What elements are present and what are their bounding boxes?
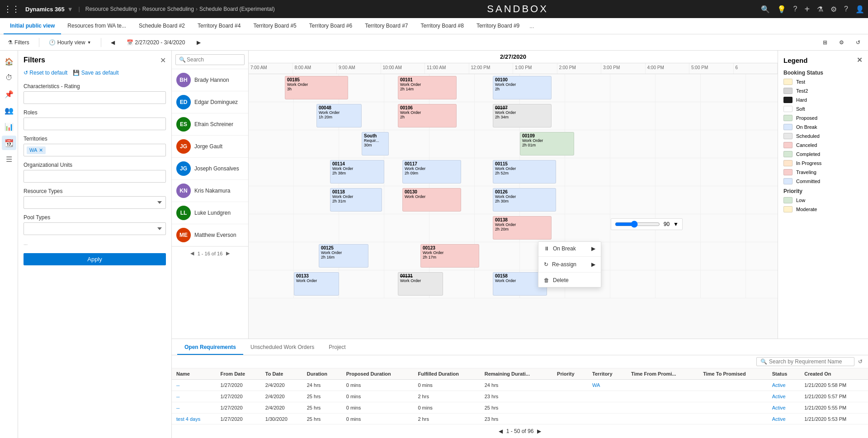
work-order-block[interactable]: 00126Work Order2h 30m	[493, 188, 556, 212]
context-menu-reassign[interactable]: ↻ Re-assign ▶	[538, 258, 601, 271]
work-order-block[interactable]: 00131Work Order	[398, 272, 443, 296]
table-cell[interactable]: test 4 days	[172, 414, 216, 424]
roles-input[interactable]	[24, 118, 166, 130]
tab-more[interactable]: ...	[526, 23, 538, 29]
requirement-search-input[interactable]	[769, 358, 850, 365]
refresh-icon2[interactable]: ↺	[858, 358, 863, 365]
reset-button[interactable]: ↺ Reset to default	[24, 70, 67, 76]
sidebar-list[interactable]: ☰	[2, 152, 16, 166]
org-units-input[interactable]	[24, 170, 166, 183]
table-cell[interactable]: Active	[768, 380, 800, 391]
work-order-block[interactable]: SouthRequir...30m	[362, 132, 389, 155]
settings-icon[interactable]: ⚙	[830, 5, 837, 14]
expand-icon[interactable]: ⊞	[819, 37, 831, 48]
zoom-slider[interactable]	[615, 221, 660, 228]
work-order-block[interactable]: 00114Work Order2h 38m	[330, 160, 384, 184]
tab-initial-public-view[interactable]: Initial public view	[4, 18, 61, 34]
table-cell[interactable]	[588, 414, 627, 424]
requirement-link[interactable]: --	[176, 382, 179, 388]
tab-territory-7[interactable]: Territory Board #7	[359, 18, 414, 34]
prev-date-button[interactable]: ◀	[107, 37, 119, 48]
apps-icon[interactable]: ⋮⋮	[4, 4, 20, 14]
work-order-block[interactable]: 00138Work Order2h 20m	[493, 216, 552, 240]
chevron-down-icon2[interactable]: ▼	[673, 221, 679, 227]
work-order-block[interactable]: 00118Work Order2h 31m	[330, 188, 382, 212]
refresh-icon[interactable]: ↺	[852, 37, 864, 48]
legend-close-button[interactable]: ✕	[857, 56, 863, 64]
tab-territory-5[interactable]: Territory Board #5	[247, 18, 302, 34]
resource-item[interactable]: JG Jorge Gault	[172, 136, 248, 158]
resource-item[interactable]: ED Edgar Dominguez	[172, 91, 248, 113]
resource-item[interactable]: BH Brady Hannon	[172, 69, 248, 91]
work-order-block[interactable]: 00100Work Order2h	[493, 76, 552, 99]
sidebar-people[interactable]: 👥	[2, 103, 16, 118]
table-cell[interactable]: WA	[588, 380, 627, 391]
resource-item[interactable]: KN Kris Nakamura	[172, 180, 248, 202]
tab-territory-6[interactable]: Territory Board #6	[303, 18, 359, 34]
sidebar-pinned[interactable]: 📌	[2, 87, 16, 101]
requirement-link[interactable]: test 4 days	[176, 416, 200, 422]
work-order-block[interactable]: 00109Work Order2h 01m	[520, 132, 574, 155]
settings2-icon[interactable]: ⚙	[835, 37, 848, 48]
tab-resources-wa[interactable]: Resources from WA te...	[61, 18, 132, 34]
characteristics-input[interactable]	[24, 91, 166, 104]
tab-territory-9[interactable]: Territory Board #9	[470, 18, 526, 34]
work-order-block[interactable]: 00106Work Order2h	[398, 104, 457, 127]
context-menu-on-break[interactable]: ⏸ On Break ▶	[538, 242, 601, 255]
tab-schedule-board-2[interactable]: Schedule Board #2	[132, 18, 191, 34]
prev-page-btn[interactable]: ◀	[190, 250, 194, 256]
context-menu-delete[interactable]: 🗑 Delete	[538, 273, 601, 287]
work-order-block[interactable]: 00117Work Order2h 09m	[402, 160, 461, 184]
next-page-btn[interactable]: ▶	[226, 250, 230, 256]
work-order-block[interactable]: 00133Work Order	[294, 272, 339, 296]
work-order-block[interactable]: 00123Work Order2h 17m	[420, 244, 479, 268]
status-link[interactable]: Active	[772, 416, 786, 422]
apply-button[interactable]: Apply	[24, 253, 166, 265]
sidebar-calendar[interactable]: 📆	[2, 136, 16, 150]
tab-territory-8[interactable]: Territory Board #8	[415, 18, 470, 34]
table-cell[interactable]: --	[172, 402, 216, 414]
resource-item[interactable]: LL Luke Lundgren	[172, 202, 248, 224]
user-icon[interactable]: 👤	[855, 5, 864, 14]
filter-close-button[interactable]: ✕	[160, 56, 166, 65]
work-order-block[interactable]: 00130Work Order	[402, 188, 461, 212]
work-order-block[interactable]: 00101Work Order2h 14m	[398, 76, 457, 99]
brand-label[interactable]: Dynamics 365 ▼	[25, 6, 73, 13]
help-icon[interactable]: ?	[844, 5, 848, 13]
territory-link[interactable]: WA	[592, 382, 600, 388]
lightbulb-icon[interactable]: 💡	[777, 5, 786, 14]
resource-types-select[interactable]	[24, 196, 166, 209]
territory-tag-remove[interactable]: ✕	[39, 147, 43, 153]
table-cell[interactable]: Active	[768, 391, 800, 402]
work-order-block[interactable]: 00125Work Order2h 16m	[319, 244, 368, 268]
prev-page-btn2[interactable]: ◀	[499, 428, 503, 434]
filter-icon[interactable]: ⚗	[817, 5, 823, 14]
tab-territory-4[interactable]: Territory Board #4	[191, 18, 247, 34]
hourly-view-button[interactable]: 🕐 Hourly view ▼	[45, 37, 95, 48]
resource-item[interactable]: JG Joseph Gonsalves	[172, 158, 248, 180]
status-link[interactable]: Active	[772, 405, 786, 410]
save-default-button[interactable]: 💾 Save as default	[73, 70, 118, 76]
tab-project[interactable]: Project	[321, 344, 353, 355]
next-page-btn2[interactable]: ▶	[537, 428, 541, 434]
next-date-button[interactable]: ▶	[193, 37, 205, 48]
search-icon[interactable]: 🔍	[761, 5, 770, 14]
plus-icon[interactable]: +	[804, 4, 810, 14]
table-cell[interactable]	[588, 391, 627, 402]
sidebar-recent[interactable]: ⏱	[2, 71, 16, 85]
sidebar-home[interactable]: 🏠	[2, 54, 16, 69]
table-cell[interactable]: --	[172, 391, 216, 402]
work-order-block[interactable]: 00107Work Order2h 34m	[493, 104, 552, 127]
table-cell[interactable]	[588, 402, 627, 414]
status-link[interactable]: Active	[772, 394, 786, 399]
table-cell[interactable]: --	[172, 380, 216, 391]
sidebar-activity[interactable]: 📊	[2, 119, 16, 134]
resource-item[interactable]: ME Matthew Everson	[172, 224, 248, 246]
requirement-link[interactable]: --	[176, 405, 179, 410]
question-icon[interactable]: ?	[793, 5, 797, 13]
requirement-link[interactable]: --	[176, 394, 179, 399]
tab-unscheduled-work-orders[interactable]: Unscheduled Work Orders	[243, 344, 321, 355]
status-link[interactable]: Active	[772, 382, 786, 388]
table-cell[interactable]: Active	[768, 414, 800, 424]
resource-item[interactable]: ES Efrain Schreiner	[172, 113, 248, 136]
